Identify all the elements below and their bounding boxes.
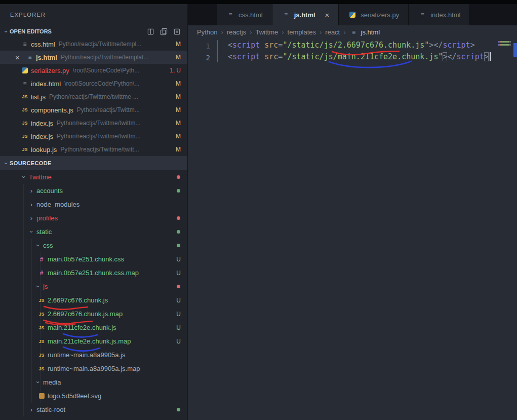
open-editor-item[interactable]: JS components.js Python/reactjs/Twittm..… [0,103,187,117]
git-status-badge: M [176,133,181,140]
open-editor-item[interactable]: serializers.py \root\SourceCode\Pyth... … [0,64,187,77]
tree-item-label: main.0b57e251.chunk.css.map [48,269,139,277]
python-file-icon [20,67,29,73]
problems-git-badge: 1, U [170,67,181,74]
breadcrumb-item[interactable]: templates [288,28,316,36]
tree-item-file[interactable]: # main.0b57e251.chunk.css.map U [0,266,187,280]
tab-serializers-py[interactable]: serializers.py [339,4,409,25]
open-editors-section-header[interactable]: › OPEN EDITORS [0,25,187,37]
breadcrumb-file[interactable]: ≡ js.html [349,28,380,36]
tree-item-file[interactable]: JS 2.6697c676.chunk.js.map U [0,307,187,321]
html-file-icon: ≡ [25,54,34,61]
close-icon[interactable]: × [15,54,25,61]
css-file-icon: # [37,256,46,263]
minimap[interactable] [498,41,511,47]
git-error-dot-badge [177,216,180,220]
tree-item-folder[interactable]: › static [0,225,187,239]
git-error-dot-badge [177,285,180,288]
tree-item-folder[interactable]: › node_modules [0,198,187,211]
tree-item-file[interactable]: JS 2.6697c676.chunk.js U [0,293,187,307]
open-editor-item[interactable]: JS list.js Python/reactjs/Twittme/twittm… [0,90,187,103]
git-status-badge: M [176,93,181,100]
chevron-right-icon: › [28,187,35,195]
tree-item-file[interactable]: JS runtime~main.a8a9905a.js [0,348,187,362]
breadcrumb: Python › reactjs › Twittme › templates ›… [188,25,517,39]
tree-item-folder[interactable]: › accounts [0,184,187,198]
tree-item-label: main.211cfe2e.chunk.js [48,324,116,331]
code-token: "/static/js/main.211cfe2e.chunk.js" [283,52,443,61]
tree-item-label: static-root [36,406,65,413]
close-all-icon[interactable] [173,28,181,35]
window-title-bar [0,0,517,4]
overview-ruler-modified-marker [513,43,517,57]
tree-item-label: node_modules [36,201,79,208]
tab-bar-spacer [188,4,217,25]
open-editor-filename: js.html [36,54,57,61]
open-editor-item[interactable]: JS lookup.js Python/reactjs/Twittme/twit… [0,143,187,156]
js-file-icon: JS [37,312,46,317]
code-line: <script src="/static/js/2.6697c676.chunk… [228,40,475,51]
chevron-down-icon: › [20,174,28,181]
js-file-icon: JS [20,121,29,126]
html-file-icon: ≡ [226,11,235,18]
tab-css-html[interactable]: ≡ css.html [217,4,272,25]
tree-item-file[interactable]: JS main.211cfe2e.chunk.js U [0,321,187,334]
open-editor-item[interactable]: ≡ css.html Python/reactjs/Twittme/templ.… [0,37,187,51]
code-token: > [470,41,475,50]
chevron-right-icon: › [28,201,35,208]
chevron-down-icon: › [34,379,42,386]
sourcecode-section-header[interactable]: › SOURCECODE [0,156,187,170]
tree-item-label: media [43,378,61,386]
tree-item-folder[interactable]: › static-root [0,403,187,416]
css-file-icon: # [37,270,46,277]
git-status-badge: M [176,80,181,87]
tree-item-file[interactable]: # main.0b57e251.chunk.css U [0,252,187,266]
code-editor[interactable]: 1 2 <script src="/static/js/2.6697c676.c… [188,39,517,420]
tree-item-file[interactable]: logo.5d5d9eef.svg [0,389,187,403]
breadcrumb-item[interactable]: Python [197,28,217,36]
tree-item-folder[interactable]: › css [0,239,187,252]
tree-item-file[interactable]: JS runtime~main.a8a9905a.js.map [0,362,187,375]
js-file-icon: JS [20,107,29,112]
tree-item-label: runtime~main.a8a9905a.js [48,351,126,359]
breadcrumb-item[interactable]: react [325,28,340,36]
git-untracked-dot-badge [177,230,180,234]
open-editor-item-active[interactable]: × ≡ js.html Python/reactjs/Twittme/templ… [0,51,187,64]
save-all-icon[interactable] [160,28,168,35]
open-editor-item[interactable]: JS index.js Python/reactjs/Twittme/twitt… [0,117,187,130]
js-file-icon: JS [20,134,29,139]
minimap-line [498,41,511,43]
js-file-icon: JS [37,339,46,344]
git-modified-gutter-bar [217,40,218,62]
toggle-layout-icon[interactable] [147,28,154,35]
tree-item-file[interactable]: JS main.211cfe2e.chunk.js.map U [0,334,187,348]
open-editor-filename: list.js [31,93,46,101]
tree-item-label: logo.5d5d9eef.svg [48,392,101,400]
tree-item-folder[interactable]: › js [0,280,187,293]
tree-item-label: 2.6697c676.chunk.js [48,296,108,304]
tab-index-html[interactable]: ≡ index.html [409,4,470,25]
tree-item-folder[interactable]: › media [0,375,187,389]
tree-item-folder[interactable]: › templates [0,416,187,420]
breadcrumb-item[interactable]: Twittme [255,28,278,36]
tab-js-html[interactable]: ≡ js.html × [272,4,339,25]
tree-item-label: runtime~main.a8a9905a.js.map [48,365,140,372]
code-token: script [457,52,484,61]
tree-item-folder[interactable]: › Twittme [0,170,187,184]
chevron-separator-icon: › [250,28,252,36]
open-editor-path: Python/reactjs/Twittme/twitt... [60,146,139,153]
git-status-badge: U [176,270,181,277]
tree-item-label: main.0b57e251.chunk.css [48,255,124,263]
open-editor-item[interactable]: JS index.js Python/reactjs/Twittme/twitt… [0,130,187,143]
line-number-active: 2 [188,52,210,64]
open-editor-filename: serializers.py [31,67,69,74]
tree-item-folder[interactable]: › profiles [0,211,187,225]
close-icon[interactable]: × [325,11,330,19]
open-editor-item[interactable]: ≡ index.html \root\SourceCode\Python\...… [0,77,187,90]
git-status-badge: M [176,106,181,113]
open-editor-filename: components.js [31,106,73,114]
breadcrumb-item[interactable]: reactjs [227,28,246,36]
code-token: </ [433,41,443,50]
git-status-badge: U [176,324,181,331]
open-editor-filename: index.html [31,80,61,88]
